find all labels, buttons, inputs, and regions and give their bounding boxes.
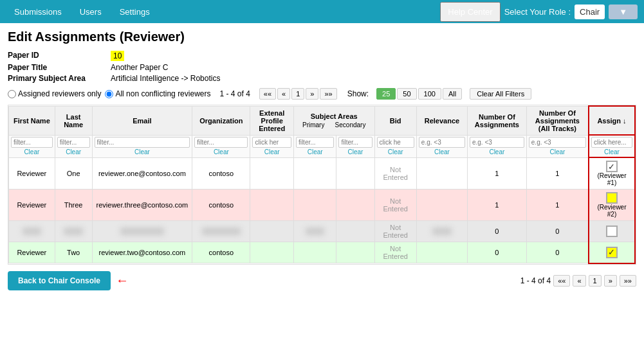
table-cell: BLUR bbox=[416, 221, 467, 242]
bottom-pager-next[interactable]: » bbox=[604, 275, 617, 287]
meta-table: Paper ID 10 Paper Title Another Paper C … bbox=[8, 51, 636, 83]
pager-prev[interactable]: « bbox=[277, 88, 290, 100]
pager-last[interactable]: »» bbox=[320, 88, 336, 100]
radio-non-conflicting[interactable]: All non conflicting reviewers bbox=[105, 89, 210, 98]
th-subject-secondary: Secondary bbox=[335, 121, 366, 128]
table-cell: BLUR_EMAIL bbox=[92, 221, 192, 242]
pager-next[interactable]: » bbox=[306, 88, 318, 100]
pager-top: «« « 1 » »» bbox=[259, 88, 337, 100]
table-cell: Reviewer bbox=[9, 157, 55, 190]
th-email: Email bbox=[92, 106, 192, 135]
bottom-pager-page[interactable]: 1 bbox=[589, 275, 602, 287]
filter-relevance[interactable] bbox=[419, 137, 465, 148]
nav-settings[interactable]: Settings bbox=[112, 3, 158, 21]
bottom-pager-last[interactable]: »» bbox=[620, 275, 636, 287]
filter-assign-cell: Clear bbox=[589, 135, 635, 157]
assign-checkbox[interactable]: ✓ bbox=[606, 161, 618, 172]
filter-subject-secondary-clear[interactable]: Clear bbox=[348, 148, 363, 155]
show-buttons: 25 50 100 All bbox=[376, 88, 462, 100]
clear-filters-btn[interactable]: Clear All Filters bbox=[470, 88, 531, 100]
table-cell-assign[interactable]: (Reviewer #2) bbox=[589, 190, 635, 221]
radio-assigned[interactable]: Assigned reviewers only bbox=[8, 89, 101, 98]
table-cell: reviewer.two@contoso.com bbox=[92, 242, 192, 263]
table-cell: Reviewer bbox=[9, 242, 55, 263]
radio-assigned-input[interactable] bbox=[8, 90, 16, 98]
paper-title-value: Another Paper C bbox=[111, 63, 168, 72]
radio-assigned-label: Assigned reviewers only bbox=[18, 89, 101, 98]
pager-page[interactable]: 1 bbox=[291, 88, 304, 100]
paper-id-value: 10 bbox=[111, 51, 124, 61]
pager-first[interactable]: «« bbox=[259, 88, 276, 100]
filter-assign[interactable] bbox=[591, 137, 632, 148]
role-selector[interactable]: Chair bbox=[575, 4, 605, 19]
show-25[interactable]: 25 bbox=[376, 88, 396, 100]
filter-num-assign-all-clear[interactable]: Clear bbox=[549, 148, 565, 155]
filter-last-name-clear[interactable]: Clear bbox=[66, 148, 81, 155]
nav-users[interactable]: Users bbox=[72, 3, 109, 21]
th-num-assignments-all: Number Of Assignments (All Tracks) bbox=[526, 106, 589, 135]
filter-org-cell: Clear bbox=[192, 135, 250, 157]
th-assign: Assign ↓ bbox=[589, 106, 635, 135]
filter-subject-secondary[interactable] bbox=[338, 137, 372, 148]
bottom-pagination: 1 - 4 of 4 «« « 1 » »» bbox=[520, 275, 636, 287]
filter-num-assign-clear[interactable]: Clear bbox=[489, 148, 504, 155]
table-row: ReviewerThreereviewer.three@contoso.comc… bbox=[9, 190, 636, 221]
table-cell: 1 bbox=[526, 190, 589, 221]
back-to-chair-console-btn[interactable]: Back to Chair Console bbox=[8, 271, 111, 290]
paper-id-row: Paper ID 10 bbox=[8, 51, 636, 61]
table-cell-bid: Not Entered bbox=[374, 221, 416, 242]
table-cell-assign[interactable]: ✓ bbox=[589, 242, 635, 263]
table-row: BLURBLURBLUR_EMAILBLUR_ORGBLURNot Entere… bbox=[9, 221, 636, 242]
table-cell: One bbox=[55, 157, 92, 190]
th-last-name: Last Name bbox=[55, 106, 92, 135]
filter-subject-primary-clear[interactable]: Clear bbox=[308, 148, 323, 155]
table-wrapper: First Name Last Name Email Organization … bbox=[8, 105, 636, 265]
help-center-btn[interactable]: Help Center bbox=[440, 2, 500, 22]
table-cell: Reviewer bbox=[9, 190, 55, 221]
assign-checkbox[interactable] bbox=[606, 192, 618, 204]
nav-submissions[interactable]: Submissions bbox=[6, 3, 69, 21]
table-cell: Three bbox=[55, 190, 92, 221]
assign-checkbox[interactable]: ✓ bbox=[606, 247, 618, 258]
filter-last-name[interactable] bbox=[57, 137, 90, 148]
assign-label: (Reviewer #2) bbox=[593, 204, 631, 218]
table-cell-assign[interactable] bbox=[589, 221, 635, 242]
user-menu-btn[interactable]: ▼ bbox=[609, 4, 638, 19]
filter-num-assign[interactable] bbox=[470, 137, 524, 148]
show-50[interactable]: 50 bbox=[397, 88, 416, 100]
table-cell-assign[interactable]: ✓(Reviewer #1) bbox=[589, 157, 635, 190]
filter-email[interactable] bbox=[95, 137, 190, 148]
filter-num-assign-cell: Clear bbox=[467, 135, 526, 157]
filter-subject-primary[interactable] bbox=[296, 137, 335, 148]
filter-org-clear[interactable]: Clear bbox=[214, 148, 229, 155]
th-bid: Bid bbox=[374, 106, 416, 135]
filter-profile-clear[interactable]: Clear bbox=[264, 148, 280, 155]
filter-assign-clear[interactable]: Clear bbox=[604, 148, 620, 155]
th-external-profile: Extenal Profile Entered bbox=[250, 106, 293, 135]
filter-org[interactable] bbox=[194, 137, 248, 148]
filter-num-assign-all[interactable] bbox=[529, 137, 586, 148]
table-cell: BLUR_ORG bbox=[192, 221, 250, 242]
filter-first-name-clear[interactable]: Clear bbox=[24, 148, 39, 155]
table-cell bbox=[416, 157, 467, 190]
bottom-pager-first[interactable]: «« bbox=[553, 275, 570, 287]
primary-subject-row: Primary Subject Area Artificial Intellig… bbox=[8, 74, 636, 83]
navbar: Submissions Users Settings Help Center S… bbox=[0, 0, 644, 23]
filter-email-clear[interactable]: Clear bbox=[134, 148, 150, 155]
filter-num-assign-all-cell: Clear bbox=[526, 135, 589, 157]
filter-bid-clear[interactable]: Clear bbox=[388, 148, 403, 155]
radio-group: Assigned reviewers only All non conflict… bbox=[8, 89, 210, 98]
filter-bid[interactable] bbox=[377, 137, 414, 148]
table-cell: 0 bbox=[526, 221, 589, 242]
show-100[interactable]: 100 bbox=[418, 88, 441, 100]
filter-bid-cell: Clear bbox=[374, 135, 416, 157]
bottom-pager-prev[interactable]: « bbox=[573, 275, 585, 287]
filter-relevance-clear[interactable]: Clear bbox=[434, 148, 450, 155]
show-all[interactable]: All bbox=[443, 88, 462, 100]
table-cell: 0 bbox=[467, 242, 526, 263]
filter-profile[interactable] bbox=[252, 137, 291, 148]
radio-non-conflicting-input[interactable] bbox=[105, 90, 113, 98]
assign-checkbox[interactable] bbox=[606, 226, 618, 237]
filter-first-name[interactable] bbox=[11, 137, 53, 148]
table-cell bbox=[336, 190, 374, 221]
